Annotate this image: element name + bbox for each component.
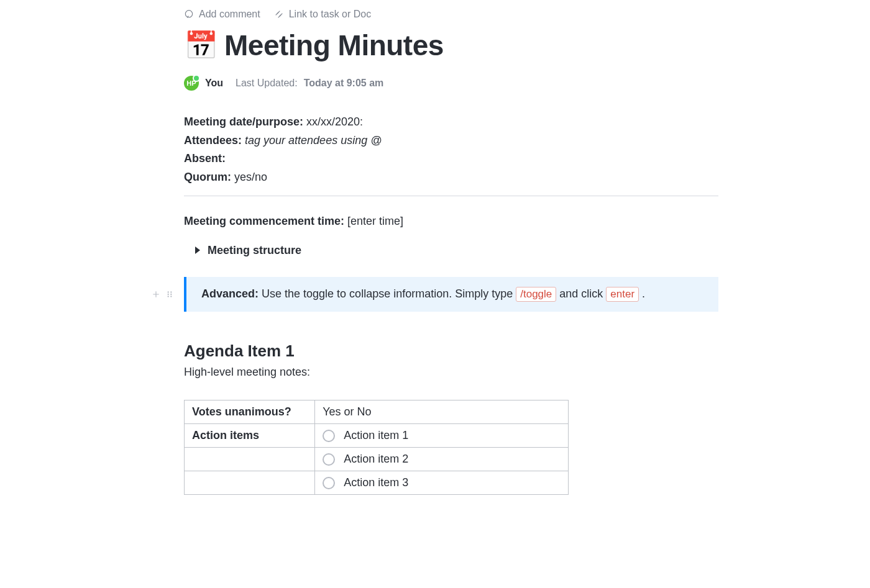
- empty-cell[interactable]: [185, 471, 315, 495]
- last-updated-label: Last Updated:: [236, 78, 298, 89]
- checkbox-icon[interactable]: [323, 430, 335, 442]
- link-task-button[interactable]: Link to task or Doc: [274, 9, 372, 20]
- toggle-heading-label: Meeting structure: [208, 244, 301, 257]
- svg-point-3: [168, 294, 169, 295]
- quorum-value: yes/no: [234, 171, 267, 183]
- action-item-cell[interactable]: Action item 2: [315, 448, 569, 471]
- link-task-label: Link to task or Doc: [289, 9, 372, 20]
- avatar[interactable]: HP: [184, 76, 199, 91]
- meeting-date-value: xx/xx/2020:: [306, 115, 363, 128]
- empty-cell[interactable]: [185, 448, 315, 471]
- info-block[interactable]: Meeting date/purpose: xx/xx/2020: Attend…: [184, 113, 718, 187]
- agenda-heading[interactable]: Agenda Item 1: [184, 341, 718, 361]
- info-quorum: Quorum: yes/no: [184, 168, 718, 187]
- commencement-line[interactable]: Meeting commencement time: [enter time]: [184, 215, 718, 228]
- action-item-cell[interactable]: Action item 1: [315, 424, 569, 448]
- attendees-value: tag your attendees using @: [245, 134, 382, 147]
- comment-icon: [184, 9, 194, 19]
- plus-icon[interactable]: [152, 290, 160, 299]
- last-updated-value: Today at 9:05 am: [304, 78, 384, 89]
- callout-text-3: .: [639, 287, 645, 300]
- action-item-text: Action item 1: [344, 429, 408, 442]
- toggle-meeting-structure[interactable]: Meeting structure: [195, 244, 718, 257]
- svg-point-5: [168, 296, 169, 297]
- info-meeting-date: Meeting date/purpose: xx/xx/2020:: [184, 113, 718, 132]
- action-item-cell[interactable]: Action item 3: [315, 471, 569, 495]
- checkbox-icon[interactable]: [323, 477, 335, 489]
- quorum-label: Quorum:: [184, 171, 231, 183]
- page-title[interactable]: Meeting Minutes: [224, 29, 444, 62]
- votes-value[interactable]: Yes or No: [315, 400, 569, 424]
- action-item-text: Action item 3: [344, 476, 408, 489]
- callout-content: Advanced: Use the toggle to collapse inf…: [184, 277, 718, 312]
- table-row: Action item 3: [185, 471, 569, 495]
- votes-label[interactable]: Votes unanimous?: [185, 400, 315, 424]
- checkbox-icon[interactable]: [323, 453, 335, 466]
- svg-point-0: [185, 11, 192, 17]
- svg-point-1: [168, 291, 169, 292]
- drag-handle-icon[interactable]: [165, 290, 174, 299]
- add-comment-button[interactable]: Add comment: [184, 9, 260, 20]
- agenda-subtext[interactable]: High-level meeting notes:: [184, 366, 718, 379]
- kbd-enter: enter: [606, 287, 639, 302]
- top-actions-bar: Add comment Link to task or Doc: [184, 9, 718, 20]
- callout-block[interactable]: Advanced: Use the toggle to collapse inf…: [184, 277, 718, 312]
- commencement-label: Meeting commencement time:: [184, 215, 344, 227]
- callout-text-1: Use the toggle to collapse information. …: [259, 287, 516, 300]
- commencement-value: [enter time]: [347, 215, 403, 227]
- calendar-emoji-icon: 📅: [184, 32, 218, 59]
- action-items-label[interactable]: Action items: [185, 424, 315, 448]
- svg-point-2: [170, 291, 172, 292]
- action-item-text: Action item 2: [344, 453, 408, 466]
- title-row: 📅 Meeting Minutes: [184, 29, 718, 62]
- table-row: Votes unanimous? Yes or No: [185, 400, 569, 424]
- info-attendees: Attendees: tag your attendees using @: [184, 132, 718, 150]
- add-comment-label: Add comment: [199, 9, 260, 20]
- attendees-label: Attendees:: [184, 134, 242, 147]
- svg-point-6: [170, 296, 172, 297]
- kbd-toggle: /toggle: [516, 287, 556, 302]
- table-row: Action item 2: [185, 448, 569, 471]
- absent-label: Absent:: [184, 152, 226, 165]
- divider: [184, 196, 718, 196]
- callout-text-2: and click: [556, 287, 606, 300]
- callout-strong: Advanced:: [201, 287, 259, 300]
- agenda-table[interactable]: Votes unanimous? Yes or No Action items …: [184, 400, 569, 495]
- block-handles[interactable]: [152, 290, 174, 299]
- triangle-right-icon: [195, 247, 200, 254]
- info-absent: Absent:: [184, 150, 718, 168]
- meeting-date-label: Meeting date/purpose:: [184, 115, 303, 128]
- author-name: You: [205, 78, 223, 89]
- svg-point-4: [170, 294, 172, 295]
- table-row: Action items Action item 1: [185, 424, 569, 448]
- link-icon: [274, 9, 284, 19]
- meta-row: HP You Last Updated: Today at 9:05 am: [184, 76, 718, 91]
